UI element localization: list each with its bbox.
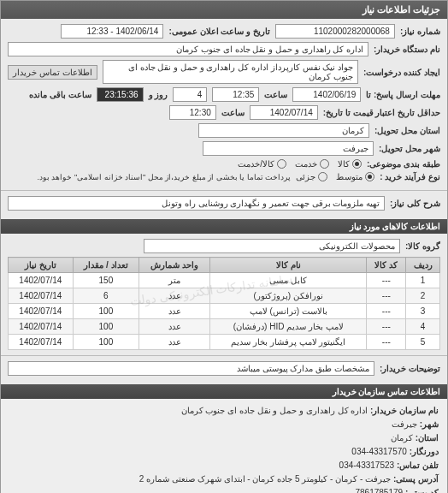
announce-label: تاریخ و ساعت اعلان عمومی: [168, 27, 269, 36]
table-cell: عدد [139, 319, 210, 335]
table-cell: لامپ بخار سدیم HID (درفشان) [210, 319, 367, 335]
announce-value: 1402/06/14 - 12:33 [61, 24, 163, 39]
table-cell: کابل مسی [210, 273, 367, 288]
c1-l6: آدرس پستی: [393, 474, 439, 484]
table-row: 4---لامپ بخار سدیم HID (درفشان)عدد100140… [9, 319, 440, 335]
city-value: جیرفت [203, 141, 374, 156]
goods-group-value: محصولات الکترونیکی [144, 239, 400, 253]
deadline-send-time: 12:35 [212, 87, 259, 102]
table-cell: بالاست (ترانس) لامپ [210, 304, 367, 319]
buytype-radios: متوسط جزئی [296, 172, 374, 181]
table-cell: 1402/07/14 [9, 288, 74, 304]
goods-table: ردیفکد کالانام کالاواحد شمارشتعداد / مقد… [8, 257, 440, 350]
table-cell: نورافکن (پروژکتور) [210, 288, 367, 304]
radio-both-label: کالا/خدمت [238, 159, 274, 169]
table-cell: عدد [139, 335, 210, 350]
desc-label: شرح کلی نیاز: [390, 199, 440, 208]
days-label: روز و [149, 90, 168, 99]
deadline-send-date: 1402/06/19 [292, 87, 361, 102]
time-label-1: ساعت [264, 90, 287, 99]
subject-group-radios: کالا خدمت کالا/خدمت [238, 159, 362, 169]
page-title: جزئیات اطلاعات نیاز [1, 1, 447, 19]
radio-kala-label: کالا [338, 159, 350, 169]
c1-l1: نام سازمان خریدار: [370, 406, 439, 415]
c1-l4: دورنگار: [410, 447, 439, 456]
buyer-note-value: مشخصات طبق مدارک پیوستی میباشد [8, 361, 374, 376]
c1-l7: کد پستی: [405, 488, 439, 493]
deadline-send-label: مهلت ارسال پاسخ: تا [366, 90, 440, 99]
table-row: 3---بالاست (ترانس) لامپعدد1001402/07/14 [9, 304, 440, 319]
table-cell: ایگنیتور لامپ پرفشار بخار سدیم [210, 335, 367, 350]
table-cell: 2 [406, 288, 440, 304]
table-cell: --- [367, 335, 406, 350]
validity-date: 1402/07/14 [250, 105, 318, 120]
buy-note: پرداخت تماما یا بخشی از مبلغ خرید،از محل… [37, 173, 291, 181]
table-cell: 3 [406, 304, 440, 319]
c1-v6: جیرفت - کرمان - کیلومتر 5 جاده کرمان - ا… [139, 474, 391, 484]
table-cell: 1402/07/14 [9, 319, 74, 335]
goods-section-title: اطلاعات کالاهای مورد نیاز [1, 219, 447, 234]
table-row: 5---ایگنیتور لامپ پرفشار بخار سدیمعدد100… [9, 335, 440, 350]
radio-both[interactable] [277, 159, 286, 169]
c1-l3: استان: [416, 433, 439, 443]
c1-v2: جیرفت [392, 419, 417, 429]
table-header: کد کالا [367, 258, 406, 273]
radio-minor-label: جزئی [296, 172, 315, 181]
radio-medium-label: متوسط [336, 172, 363, 181]
table-header: ردیف [406, 258, 440, 273]
goods-group-label: گروه کالا: [405, 241, 440, 251]
desc-value: تهیه ملزومات برقی جهت تعمیر و نگهداری رو… [8, 196, 385, 211]
days-remaining: 4 [173, 87, 207, 102]
table-cell: 150 [73, 273, 139, 288]
table-cell: 1 [406, 273, 440, 288]
table-cell: 6 [73, 288, 139, 304]
table-cell: 100 [73, 319, 139, 335]
radio-khedmat[interactable] [320, 159, 329, 169]
table-cell: 1402/07/14 [9, 335, 74, 350]
radio-medium[interactable] [365, 172, 374, 181]
table-cell: 100 [73, 304, 139, 319]
radio-kala[interactable] [352, 159, 362, 169]
c1-v4: 43317570-034 [351, 447, 407, 456]
contact1-block: نام سازمان خریدار: اداره کل راهداری و حم… [1, 399, 447, 493]
c1-v1: اداره کل راهداری و حمل و نقل جاده ای جنو… [181, 406, 368, 415]
contact1-title: اطلاعات تماس سازمان خریدار [1, 384, 447, 399]
c1-v7: 7861785179 [355, 488, 403, 493]
province-label: استان محل تحویل: [374, 126, 440, 135]
table-cell: 5 [406, 335, 440, 350]
c1-l5: تلفن تماس: [397, 460, 439, 470]
table-cell: --- [367, 304, 406, 319]
buyer-value: اداره کل راهداری و حمل و نقل جاده ای جنو… [8, 42, 368, 56]
time-label-2: ساعت [221, 108, 245, 117]
table-cell: عدد [139, 304, 210, 319]
buytype-label: نوع فرآیند خرید : [380, 172, 440, 181]
c1-v3: کرمان [391, 433, 413, 443]
table-row: 1---کابل مسیمتر1501402/07/14 [9, 273, 440, 288]
c1-v5: 43317523-034 [339, 460, 395, 470]
table-cell: --- [367, 319, 406, 335]
req-num-label: شماره نیاز: [400, 27, 440, 36]
table-header: تعداد / مقدار [73, 258, 139, 273]
req-num-value: 1102000282000068 [275, 24, 395, 39]
validity-label: حداقل تاریخ اعتبار قیمت تا تاریخ: [323, 108, 440, 117]
table-header: نام کالا [210, 258, 367, 273]
table-row: 2---نورافکن (پروژکتور)عدد61402/07/14 [9, 288, 440, 304]
remain-label: ساعت باقی مانده [29, 90, 91, 99]
province-value: کرمان [198, 123, 369, 138]
creator-value: جواد نیک نفس کارپرداز اداره کل راهداری و… [103, 60, 359, 84]
c1-l2: شهر: [420, 419, 439, 429]
radio-minor[interactable] [318, 172, 327, 181]
contact-buyer-button[interactable]: اطلاعات تماس خریدار [8, 65, 97, 80]
table-cell: 100 [73, 335, 139, 350]
table-cell: --- [367, 288, 406, 304]
table-cell: 1402/07/14 [9, 273, 74, 288]
group-label: طبقه بندی موضوعی: [367, 159, 440, 169]
table-cell: --- [367, 273, 406, 288]
table-header: تاریخ نیاز [9, 258, 74, 273]
creator-label: ایجاد کننده درخواست: [363, 68, 440, 77]
table-cell: 1402/07/14 [9, 304, 74, 319]
time-remaining: 23:15:36 [97, 87, 144, 102]
radio-khedmat-label: خدمت [295, 159, 317, 169]
table-cell: عدد [139, 288, 210, 304]
table-cell: 4 [406, 319, 440, 335]
